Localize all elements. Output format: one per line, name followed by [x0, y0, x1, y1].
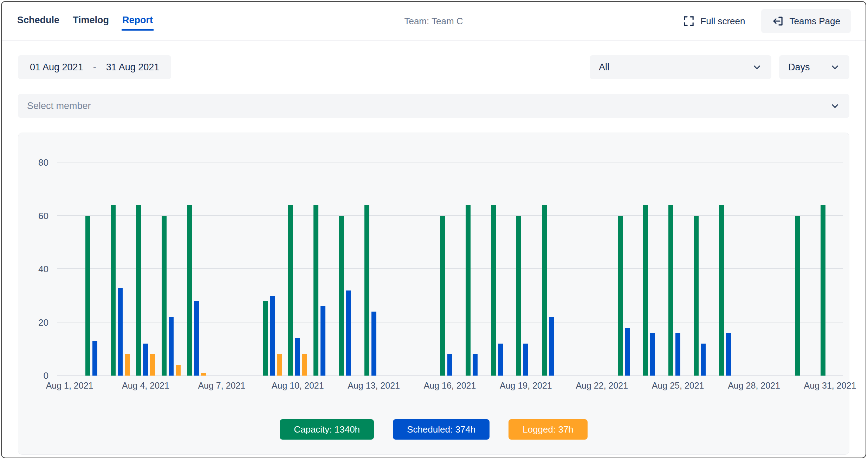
bar-capacity-aug-2 — [85, 216, 90, 376]
y-axis-label: 60 — [20, 210, 48, 222]
bar-scheduled-aug-12 — [346, 290, 351, 376]
bar-scheduled-aug-26 — [701, 344, 706, 376]
y-axis-label: 20 — [20, 317, 48, 328]
gridline — [57, 268, 843, 269]
bar-capacity-aug-27 — [719, 205, 724, 376]
bar-capacity-aug-12 — [339, 216, 344, 376]
chevron-down-icon — [830, 101, 840, 111]
bar-capacity-aug-9 — [263, 301, 268, 376]
topbar-actions: Full screen Teams Page — [683, 9, 851, 33]
x-axis-label: Aug 10, 2021 — [272, 381, 324, 391]
bar-capacity-aug-11 — [313, 205, 318, 376]
bar-scheduled-aug-19 — [523, 344, 528, 376]
bar-logged-aug-9 — [277, 354, 282, 376]
bar-logged-aug-3 — [125, 354, 130, 376]
report-chart-card: 020406080Aug 1, 2021Aug 4, 2021Aug 7, 20… — [18, 133, 849, 455]
bar-capacity-aug-3 — [111, 205, 116, 376]
x-axis-label: Aug 25, 2021 — [652, 381, 704, 391]
bar-scheduled-aug-9 — [270, 296, 275, 376]
bar-capacity-aug-17 — [466, 205, 471, 376]
bar-logged-aug-10 — [302, 354, 307, 376]
team-label: Team: Team C — [404, 16, 463, 27]
filters-right-group: All Days — [590, 55, 849, 79]
x-axis-label: Aug 31, 2021 — [804, 381, 856, 391]
bar-capacity-aug-5 — [162, 216, 167, 376]
granularity-select-value: Days — [788, 62, 810, 73]
bar-logged-aug-4 — [150, 354, 155, 376]
bar-scheduled-aug-20 — [549, 317, 554, 376]
gridline — [57, 215, 843, 216]
date-separator: - — [93, 62, 96, 73]
chart-legend: Capacity: 1340hScheduled: 374hLogged: 37… — [18, 419, 849, 440]
bar-capacity-aug-19 — [516, 216, 521, 376]
x-axis-label: Aug 4, 2021 — [122, 381, 169, 391]
bar-capacity-aug-24 — [643, 205, 648, 376]
bar-scheduled-aug-23 — [625, 328, 630, 376]
bar-capacity-aug-25 — [668, 205, 673, 376]
filters-row: 01 Aug 2021 - 31 Aug 2021 All Days — [18, 55, 849, 79]
bar-scheduled-aug-4 — [143, 344, 148, 376]
x-axis-label: Aug 13, 2021 — [348, 381, 400, 391]
bar-capacity-aug-31 — [821, 205, 825, 376]
x-axis-label: Aug 1, 2021 — [46, 381, 93, 391]
bar-capacity-aug-18 — [491, 205, 496, 376]
exit-to-teams-icon — [772, 15, 784, 27]
y-axis-label: 0 — [20, 370, 48, 381]
bar-scheduled-aug-13 — [371, 312, 376, 376]
legend-scheduled[interactable]: Scheduled: 374h — [393, 419, 490, 440]
bar-capacity-aug-6 — [187, 205, 192, 376]
bar-scheduled-aug-17 — [473, 354, 478, 376]
tab-schedule[interactable]: Schedule — [17, 12, 60, 31]
gridline — [57, 322, 843, 322]
bar-scheduled-aug-2 — [92, 341, 97, 376]
bar-scheduled-aug-24 — [650, 333, 655, 376]
x-axis-label: Aug 19, 2021 — [500, 381, 552, 391]
x-axis-label: Aug 7, 2021 — [198, 381, 245, 391]
date-from: 01 Aug 2021 — [30, 62, 83, 73]
scope-select[interactable]: All — [590, 55, 771, 79]
bar-scheduled-aug-11 — [320, 306, 325, 376]
x-axis-label: Aug 22, 2021 — [576, 381, 628, 391]
bar-capacity-aug-20 — [542, 205, 547, 376]
bar-logged-aug-6 — [201, 373, 206, 376]
bar-scheduled-aug-10 — [295, 338, 300, 376]
fullscreen-label: Full screen — [700, 16, 745, 27]
bar-capacity-aug-30 — [795, 216, 800, 376]
bar-scheduled-aug-25 — [675, 333, 680, 376]
bar-capacity-aug-13 — [364, 205, 369, 376]
granularity-select[interactable]: Days — [779, 55, 849, 79]
legend-capacity[interactable]: Capacity: 1340h — [280, 419, 374, 440]
tab-timelog[interactable]: Timelog — [72, 12, 110, 31]
date-range-picker[interactable]: 01 Aug 2021 - 31 Aug 2021 — [18, 55, 171, 79]
fullscreen-button[interactable]: Full screen — [683, 15, 745, 27]
bar-scheduled-aug-16 — [447, 354, 452, 376]
bar-scheduled-aug-27 — [726, 333, 731, 376]
teams-page-button[interactable]: Teams Page — [761, 9, 851, 33]
x-axis-label: Aug 28, 2021 — [728, 381, 780, 391]
member-select-placeholder: Select member — [27, 101, 91, 111]
bar-capacity-aug-4 — [136, 205, 141, 376]
chevron-down-icon — [830, 62, 840, 72]
chevron-down-icon — [752, 62, 762, 72]
tab-report[interactable]: Report — [122, 12, 154, 31]
gridline — [57, 162, 843, 162]
y-axis-label: 40 — [20, 263, 48, 275]
bar-logged-aug-5 — [176, 365, 181, 376]
bar-scheduled-aug-18 — [498, 344, 503, 376]
member-select[interactable]: Select member — [18, 94, 849, 118]
bar-capacity-aug-23 — [618, 216, 623, 376]
bar-capacity-aug-26 — [694, 216, 699, 376]
tab-bar: Schedule Timelog Report — [17, 12, 154, 31]
fullscreen-icon — [683, 15, 695, 27]
scope-select-value: All — [599, 62, 609, 73]
y-axis-label: 80 — [20, 157, 48, 168]
legend-logged[interactable]: Logged: 37h — [509, 419, 588, 440]
date-to: 31 Aug 2021 — [106, 62, 160, 73]
bar-scheduled-aug-6 — [194, 301, 199, 376]
bar-capacity-aug-10 — [288, 205, 293, 376]
teams-page-label: Teams Page — [789, 16, 840, 27]
bar-scheduled-aug-5 — [169, 317, 174, 376]
x-axis-label: Aug 16, 2021 — [424, 381, 476, 391]
app-window: Schedule Timelog Report Team: Team C Ful… — [1, 1, 866, 458]
plot-area: 020406080Aug 1, 2021Aug 4, 2021Aug 7, 20… — [57, 162, 843, 376]
